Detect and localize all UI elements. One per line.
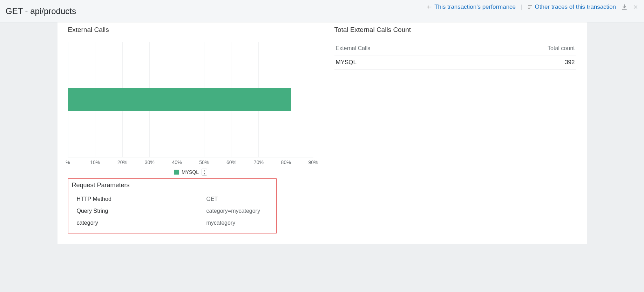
- request-param-value: GET: [206, 196, 218, 202]
- topbar-links: This transaction's performance | Other t…: [427, 4, 638, 11]
- download-icon[interactable]: [621, 4, 628, 11]
- count-table-header: External Calls Total count: [334, 42, 576, 55]
- count-value: 392: [565, 59, 575, 66]
- separator: |: [521, 4, 522, 11]
- request-parameters-title: Request Parameters: [72, 182, 273, 189]
- top-bar: GET - api/products This transaction's pe…: [0, 0, 644, 22]
- request-param-row: categorymycategory: [72, 217, 273, 229]
- main-content: External Calls %10%20%30%40%50%60%70%80%…: [57, 22, 587, 244]
- request-param-row: HTTP MethodGET: [72, 193, 273, 205]
- request-param-label: category: [77, 220, 206, 226]
- transaction-performance-link[interactable]: This transaction's performance: [427, 4, 516, 11]
- chevron-up-icon: ▴: [202, 169, 207, 172]
- request-param-value: category=mycategory: [206, 208, 260, 214]
- transaction-performance-label: This transaction's performance: [434, 4, 516, 11]
- chart-bar[interactable]: [68, 88, 291, 111]
- total-count-panel: Total External Calls Count External Call…: [334, 22, 576, 233]
- legend-label: MYSQL: [182, 169, 199, 175]
- external-calls-chart: %10%20%30%40%50%60%70%80%90% MYSQL ▴ ▾: [68, 42, 313, 171]
- count-name: MYSQL: [336, 59, 357, 66]
- list-icon: [527, 4, 533, 10]
- other-traces-link[interactable]: Other traces of this transaction: [527, 4, 616, 11]
- request-parameters-panel: Request Parameters HTTP MethodGETQuery S…: [68, 178, 277, 233]
- external-calls-title: External Calls: [68, 22, 313, 38]
- count-row: MYSQL392: [334, 55, 576, 70]
- count-header-count: Total count: [548, 45, 575, 52]
- chart-legend: MYSQL ▴ ▾: [68, 169, 313, 176]
- legend-stepper[interactable]: ▴ ▾: [202, 169, 207, 176]
- other-traces-label: Other traces of this transaction: [535, 4, 616, 11]
- request-param-label: HTTP Method: [77, 196, 206, 202]
- request-param-value: mycategory: [206, 220, 236, 226]
- request-param-row: Query Stringcategory=mycategory: [72, 205, 273, 217]
- arrow-left-icon: [427, 4, 432, 10]
- request-param-label: Query String: [77, 208, 206, 214]
- legend-swatch: [174, 170, 179, 175]
- close-icon[interactable]: [633, 4, 638, 10]
- page-title: GET - api/products: [6, 6, 76, 16]
- count-header-name: External Calls: [336, 45, 371, 52]
- external-calls-panel: External Calls %10%20%30%40%50%60%70%80%…: [68, 22, 313, 233]
- total-count-title: Total External Calls Count: [334, 22, 576, 38]
- chevron-down-icon: ▾: [202, 172, 207, 175]
